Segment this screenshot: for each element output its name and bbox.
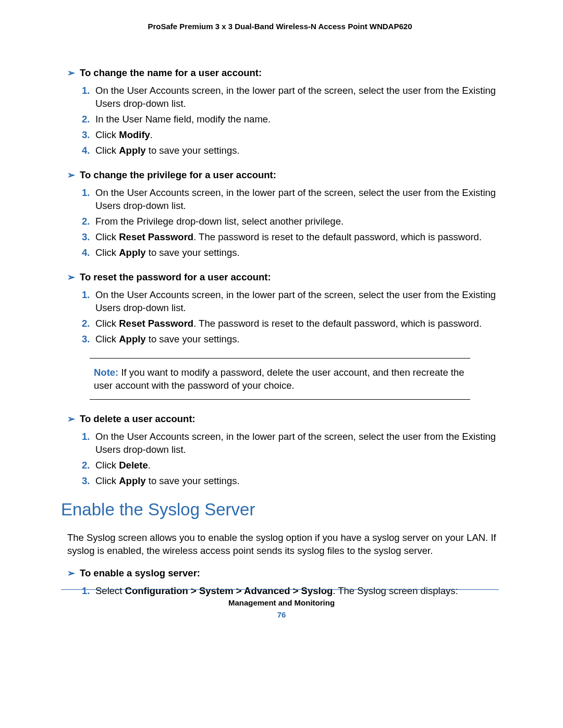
task-title-text: To change the name for a user account: [80, 67, 262, 79]
step-text: Select Configuration > System > Advanced… [95, 584, 499, 597]
page-content: ProSafe Premium 3 x 3 Dual-Band Wireless… [61, 0, 499, 610]
task-title-text: To reset the password for a user account… [80, 272, 271, 283]
step-text: Click Reset Password. The password is re… [95, 317, 499, 330]
step-num: 2. [82, 459, 95, 472]
step-num: 1. [82, 430, 95, 456]
step: 1.Select Configuration > System > Advanc… [82, 584, 499, 597]
step: 2.Click Delete. [82, 459, 499, 472]
step-text: Click Modify. [95, 128, 499, 141]
step: 3.Click Apply to save your settings. [82, 332, 499, 346]
step: 3.Click Apply to save your settings. [82, 474, 499, 487]
step: 2.Click Reset Password. The password is … [82, 317, 499, 330]
step-text: In the User Name field, modify the name. [95, 113, 499, 126]
step: 4.Click Apply to save your settings. [82, 246, 499, 259]
task-enable-syslog: ➢ To enable a syslog server: 1.Select Co… [67, 567, 499, 597]
chevron-right-icon: ➢ [67, 67, 80, 79]
steps-list: 1.Select Configuration > System > Advanc… [82, 584, 499, 597]
task-title: ➢ To delete a user account: [67, 413, 499, 425]
step-num: 3. [82, 332, 95, 346]
step: 2.From the Privilege drop-down list, sel… [82, 215, 499, 228]
step-num: 3. [82, 474, 95, 487]
note-box: Note: If you want to modify a password, … [90, 358, 470, 400]
step-num: 1. [82, 288, 95, 314]
step-text: Click Apply to save your settings. [95, 332, 499, 346]
doc-header: ProSafe Premium 3 x 3 Dual-Band Wireless… [61, 22, 499, 31]
step-num: 3. [82, 230, 95, 243]
steps-list: 1.On the User Accounts screen, in the lo… [82, 288, 499, 346]
step-num: 2. [82, 317, 95, 330]
step-text: On the User Accounts screen, in the lowe… [95, 186, 499, 212]
step-text: Click Apply to save your settings. [95, 474, 499, 487]
footer-rule [61, 589, 499, 590]
step: 3.Click Modify. [82, 128, 499, 141]
step-text: On the User Accounts screen, in the lowe… [95, 288, 499, 314]
note-label: Note: [94, 367, 118, 378]
step-num: 3. [82, 128, 95, 141]
chevron-right-icon: ➢ [67, 169, 80, 181]
step-text: Click Apply to save your settings. [95, 246, 499, 259]
step-num: 2. [82, 215, 95, 228]
step: 3.Click Reset Password. The password is … [82, 230, 499, 243]
step-text: From the Privilege drop-down list, selec… [95, 215, 499, 228]
task-title: ➢ To change the name for a user account: [67, 67, 499, 79]
task-change-name: ➢ To change the name for a user account:… [67, 67, 499, 157]
task-change-privilege: ➢ To change the privilege for a user acc… [67, 169, 499, 259]
chevron-right-icon: ➢ [67, 272, 80, 283]
step-text: On the User Accounts screen, in the lowe… [95, 430, 499, 456]
task-title: ➢ To reset the password for a user accou… [67, 272, 499, 283]
steps-list: 1.On the User Accounts screen, in the lo… [82, 430, 499, 487]
step-text: Click Apply to save your settings. [95, 144, 499, 157]
step-num: 1. [82, 584, 95, 597]
step-text: Click Delete. [95, 459, 499, 472]
section-paragraph: The Syslog screen allows you to enable t… [67, 531, 499, 557]
steps-list: 1.On the User Accounts screen, in the lo… [82, 186, 499, 259]
page-footer: Management and Monitoring 76 [0, 598, 563, 619]
step-text: On the User Accounts screen, in the lowe… [95, 84, 499, 110]
note-text: If you want to modify a password, delete… [94, 367, 464, 391]
chevron-right-icon: ➢ [67, 413, 80, 425]
step-text: Click Reset Password. The password is re… [95, 230, 499, 243]
task-reset-password: ➢ To reset the password for a user accou… [67, 272, 499, 346]
step-num: 4. [82, 246, 95, 259]
step: 1.On the User Accounts screen, in the lo… [82, 430, 499, 456]
step-num: 4. [82, 144, 95, 157]
task-title: ➢ To change the privilege for a user acc… [67, 169, 499, 181]
steps-list: 1.On the User Accounts screen, in the lo… [82, 84, 499, 157]
step: 1.On the User Accounts screen, in the lo… [82, 84, 499, 110]
footer-chapter: Management and Monitoring [0, 598, 563, 607]
step: 4.Click Apply to save your settings. [82, 144, 499, 157]
step: 1.On the User Accounts screen, in the lo… [82, 186, 499, 212]
step-num: 2. [82, 113, 95, 126]
task-title-text: To delete a user account: [80, 413, 195, 425]
step-num: 1. [82, 186, 95, 212]
chevron-right-icon: ➢ [67, 567, 80, 579]
task-title-text: To enable a syslog server: [80, 567, 200, 579]
step: 2.In the User Name field, modify the nam… [82, 113, 499, 126]
task-title-text: To change the privilege for a user accou… [80, 169, 276, 181]
step-num: 1. [82, 84, 95, 110]
footer-page-number: 76 [0, 610, 563, 619]
section-heading-syslog: Enable the Syslog Server [61, 500, 499, 520]
task-delete-user: ➢ To delete a user account: 1.On the Use… [67, 413, 499, 487]
step: 1.On the User Accounts screen, in the lo… [82, 288, 499, 314]
task-title: ➢ To enable a syslog server: [67, 567, 499, 579]
